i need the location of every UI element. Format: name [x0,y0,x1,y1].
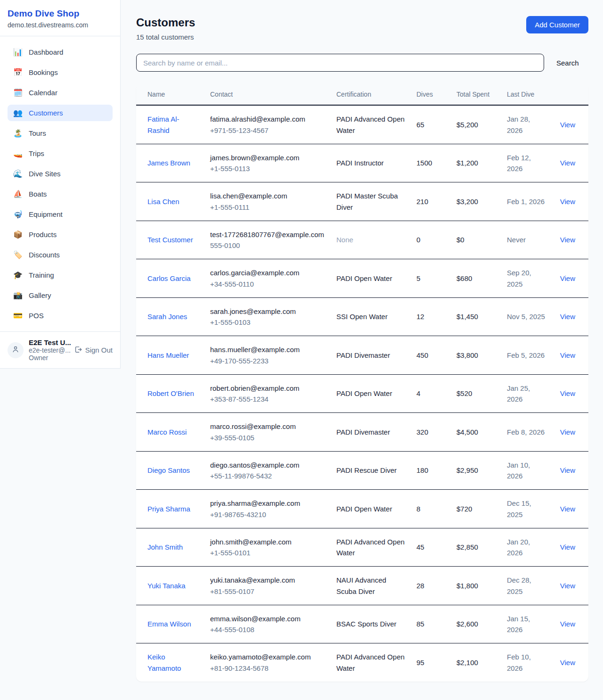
view-link[interactable]: View [560,236,575,244]
sidebar-item-gallery[interactable]: 📸 Gallery [8,287,113,304]
products-icon: 📦 [13,230,23,239]
sidebar-item-label: Tours [29,129,46,137]
customer-certification: PADI Open Water [336,389,392,397]
customer-phone: +1-555-0113 [210,163,325,174]
customer-name-link[interactable]: James Brown [147,159,190,167]
customer-dives: 4 [416,389,420,397]
customer-certification: BSAC Sports Diver [336,620,397,628]
sidebar-item-label: Dive Sites [29,170,61,178]
search-input[interactable] [136,54,544,72]
view-link[interactable]: View [560,351,575,359]
table-row: Keiko Yamamoto keiko.yamamoto@example.co… [136,643,588,682]
customer-name-link[interactable]: Emma Wilson [147,620,191,628]
sidebar-item-tours[interactable]: 🏝️ Tours [8,125,113,141]
sidebar-item-training[interactable]: 🎓 Training [8,267,113,283]
customer-dives: 8 [416,505,420,513]
customer-last-dive: Feb 8, 2026 [507,428,545,436]
customer-dives: 210 [416,198,428,206]
sidebar-item-bookings[interactable]: 📅 Bookings [8,64,113,81]
customer-email: test-1772681807767@example.com [210,229,325,240]
customer-name-link[interactable]: Yuki Tanaka [147,582,186,590]
customer-email: marco.rossi@example.com [210,421,325,432]
customer-name-link[interactable]: Diego Santos [147,466,190,474]
equipment-icon: 🤿 [13,210,23,219]
customer-phone: +1-555-0101 [210,547,325,558]
view-link[interactable]: View [560,582,575,590]
customer-dives: 180 [416,466,428,474]
customer-last-dive: Feb 5, 2026 [507,351,545,359]
sidebar-item-label: Calendar [29,89,57,97]
sign-out-button[interactable]: Sign Out [74,346,113,355]
sidebar-item-customers[interactable]: 👥 Customers [8,105,113,121]
customer-name-link[interactable]: John Smith [147,543,183,551]
customer-name-link[interactable]: Keiko Yamamoto [147,653,181,672]
sidebar-item-label: Gallery [29,291,51,299]
sidebar-item-calendar[interactable]: 🗓️ Calendar [8,84,113,101]
customer-dives: 28 [416,582,424,590]
search-row: Search [136,54,588,72]
customer-name-link[interactable]: Carlos Garcia [147,274,191,282]
customer-name-link[interactable]: Priya Sharma [147,505,190,513]
app-root: Demo Dive Shop demo.test.divestreams.com… [0,0,603,682]
customer-phone: +39-555-0105 [210,432,325,443]
customer-total-spent: $1,800 [456,582,478,590]
customers-table: Name Contact Certification Dives Total S… [136,84,588,682]
customer-email: carlos.garcia@example.com [210,267,325,278]
view-link[interactable]: View [560,505,575,513]
sidebar-item-dashboard[interactable]: 📊 Dashboard [8,44,113,60]
customer-phone: +91-98765-43210 [210,509,325,520]
view-link[interactable]: View [560,466,575,474]
sidebar-item-discounts[interactable]: 🏷️ Discounts [8,247,113,263]
customer-last-dive: Jan 20, 2026 [507,538,530,557]
view-link[interactable]: View [560,428,575,436]
user-name: E2E Test U... [29,338,69,346]
search-button[interactable]: Search [544,59,579,67]
customer-name-link[interactable]: Marco Rossi [147,428,187,436]
customer-name-link[interactable]: Hans Mueller [147,351,189,359]
customer-last-dive: Dec 15, 2025 [507,499,531,518]
customer-last-dive: Feb 12, 2026 [507,154,531,173]
add-customer-button[interactable]: Add Customer [526,16,588,33]
customer-email: robert.obrien@example.com [210,383,325,394]
page-title: Customers [136,16,195,29]
customer-name-link[interactable]: Robert O'Brien [147,389,194,397]
customer-name-link[interactable]: Sarah Jones [147,313,187,321]
sidebar-item-pos[interactable]: 💳 POS [8,307,113,324]
customer-name-link[interactable]: Test Customer [147,236,193,244]
view-link[interactable]: View [560,198,575,206]
view-link[interactable]: View [560,659,575,667]
boats-icon: ⛵ [13,189,23,198]
view-link[interactable]: View [560,543,575,551]
view-link[interactable]: View [560,121,575,129]
sidebar-item-dive-sites[interactable]: 🌊 Dive Sites [8,165,113,182]
tours-icon: 🏝️ [13,129,23,138]
customer-last-dive: Jan 15, 2026 [507,615,530,634]
table-row: Test Customer test-1772681807767@example… [136,221,588,259]
sidebar-item-boats[interactable]: ⛵ Boats [8,186,113,202]
customer-total-spent: $1,200 [456,159,478,167]
sign-out-label: Sign Out [85,346,113,354]
view-link[interactable]: View [560,313,575,321]
customer-total-spent: $2,100 [456,659,478,667]
customer-total-spent: $4,500 [456,428,478,436]
view-link[interactable]: View [560,274,575,282]
dive-sites-icon: 🌊 [13,169,23,178]
customer-name-link[interactable]: Lisa Chen [147,198,179,206]
view-link[interactable]: View [560,389,575,397]
customer-name-link[interactable]: Fatima Al-Rashid [147,115,179,134]
sidebar-item-products[interactable]: 📦 Products [8,226,113,243]
customer-certification: SSI Open Water [336,313,388,321]
user-info: E2E Test U... e2e-tester@... Owner [29,338,69,362]
view-link[interactable]: View [560,620,575,628]
sidebar-item-equipment[interactable]: 🤿 Equipment [8,206,113,222]
customer-email: john.smith@example.com [210,536,325,547]
table-row: Hans Mueller hans.mueller@example.com +4… [136,336,588,375]
customer-certification: PADI Advanced Open Water [336,653,405,672]
customer-email: james.brown@example.com [210,152,325,163]
sidebar-item-trips[interactable]: 🚤 Trips [8,145,113,162]
customer-total-spent: $680 [456,274,472,282]
customer-last-dive: Nov 5, 2025 [507,313,545,321]
view-link[interactable]: View [560,159,575,167]
customer-email: fatima.alrashid@example.com [210,114,325,124]
customer-certification: PADI Divemaster [336,428,390,436]
